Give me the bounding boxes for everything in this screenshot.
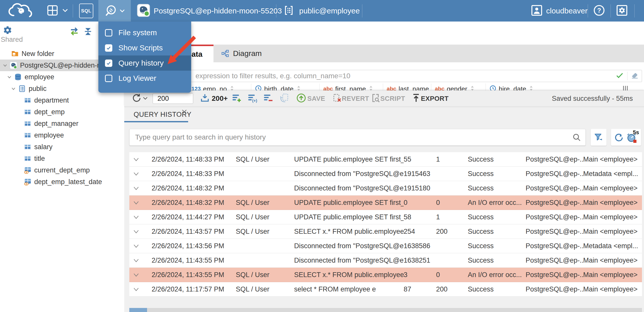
table-row[interactable]: 2/26/2024, 11:17:57 PMSQL / Userselect *… <box>129 282 642 297</box>
table-row[interactable]: 2/26/2024, 11:48:32 PMSQL / UserUPDATE p… <box>129 196 642 210</box>
expand-chevron-icon[interactable] <box>132 242 152 250</box>
expand-chevron-icon[interactable] <box>132 257 152 264</box>
menu-item-file-system[interactable]: File system <box>98 25 191 40</box>
tree-item-department[interactable]: department <box>0 94 124 106</box>
grid-column-birth-date[interactable]: birth_date <box>251 84 319 90</box>
cloudbeaver-logo[interactable] <box>7 2 33 19</box>
collapse-all-icon[interactable] <box>83 27 93 37</box>
user-menu[interactable]: cloudbeaver <box>546 7 587 15</box>
tree-item-dept-emp-latest-date[interactable]: dept_emp_latest_date <box>0 176 124 188</box>
scrollbar-thumb[interactable] <box>129 308 147 312</box>
refresh-history-icon[interactable] <box>614 132 624 144</box>
tree-item-employee[interactable]: employee <box>0 129 124 141</box>
apply-filter-check-icon[interactable] <box>615 71 624 81</box>
expand-chevron-icon[interactable] <box>132 271 152 279</box>
history-filter-button[interactable] <box>591 129 606 146</box>
tree-item-current-dept-emp[interactable]: current_dept_emp <box>0 164 124 176</box>
tab-diagram[interactable]: Diagram <box>213 45 269 62</box>
sql-editor-button[interactable]: SQL <box>79 4 93 18</box>
expand-chevron-icon[interactable] <box>132 228 152 235</box>
fetch-page-size-button[interactable]: 200+ <box>212 94 228 103</box>
connection-selector[interactable]: PostgreSQL@ep-hidden-moon-55203 <box>154 7 282 15</box>
chevron-down-icon[interactable] <box>143 96 148 101</box>
expand-chevron-icon[interactable] <box>132 199 152 206</box>
delete-row-icon[interactable] <box>263 93 273 104</box>
search-input[interactable] <box>130 129 585 145</box>
grid-column-hire-date[interactable]: hire_date <box>486 84 540 90</box>
sidebar-settings-gear-icon[interactable] <box>3 26 12 36</box>
menu-item-show-scripts[interactable]: Show Scripts <box>98 40 191 55</box>
user-avatar-icon[interactable] <box>531 5 543 17</box>
svg-text:?: ? <box>597 7 601 14</box>
sort-icon[interactable] <box>528 85 534 90</box>
chevron-down-icon[interactable] <box>62 9 68 13</box>
new-object-button[interactable] <box>47 5 58 17</box>
expand-chevron-icon[interactable] <box>132 170 152 178</box>
duplicate-row-icon[interactable]: (+) <box>247 93 258 104</box>
close-icon[interactable] <box>181 109 188 116</box>
add-row-icon[interactable] <box>232 93 242 104</box>
checkbox-unchecked-icon[interactable] <box>105 29 112 36</box>
schema-selector[interactable]: public@employee <box>299 7 360 15</box>
menu-item-label: Show Scripts <box>118 44 163 52</box>
sort-icon[interactable] <box>229 85 235 90</box>
refresh-icon[interactable] <box>131 93 142 104</box>
chevron-down-icon[interactable] <box>10 86 17 92</box>
sort-icon[interactable] <box>368 85 374 90</box>
postgres-connection-icon[interactable] <box>137 4 150 18</box>
result-filter-bar[interactable]: expression to filter results, e.g. colum… <box>126 70 642 82</box>
revert-button[interactable]: REVERT <box>342 95 369 103</box>
table-row[interactable]: 2/26/2024, 11:48:32 PMDisconnected from … <box>129 181 642 196</box>
revert-icon[interactable] <box>332 93 342 104</box>
expand-chevron-icon[interactable] <box>132 213 152 221</box>
chevron-down-icon[interactable] <box>2 62 8 68</box>
sync-connection-icon[interactable] <box>69 27 79 37</box>
checkbox-checked-icon[interactable] <box>105 44 112 52</box>
tree-item-title[interactable]: title <box>0 153 124 164</box>
table-row[interactable]: 2/26/2024, 11:43:57 PMSQL / UserSELECT x… <box>129 224 642 239</box>
copy-result-icon[interactable] <box>279 93 289 104</box>
table-row[interactable]: 2/26/2024, 11:48:33 PMSQL / UserUPDATE p… <box>129 152 642 167</box>
script-button[interactable]: SCRIPT <box>380 95 405 103</box>
settings-gear-icon[interactable] <box>616 5 628 17</box>
clear-filter-eraser-icon[interactable] <box>631 71 639 81</box>
cloudbeaver-app: SQL PostgreSQL@ep-hidden-moon-55203 publ… <box>0 0 644 312</box>
table-row[interactable]: 2/26/2024, 11:43:55 PMSQL / UserSELECT x… <box>129 268 642 282</box>
table-icon <box>24 108 31 116</box>
save-button[interactable]: SAVE <box>307 95 325 103</box>
expand-chevron-icon[interactable] <box>132 184 152 192</box>
menu-item-log-viewer[interactable]: Log Viewer <box>98 71 191 86</box>
export-icon[interactable] <box>411 93 421 104</box>
fetch-page-icon[interactable] <box>200 93 210 104</box>
tree-item-dept-manager[interactable]: dept_manager <box>0 118 124 129</box>
grid-column-emp-no[interactable]: 123emp_no <box>188 84 251 90</box>
help-icon[interactable]: ? <box>593 5 605 17</box>
sort-icon[interactable] <box>296 85 301 90</box>
table-row[interactable]: 2/26/2024, 11:44:27 PMSQL / UserUPDATE p… <box>129 210 642 224</box>
tree-item-dept-emp[interactable]: dept_emp <box>0 106 124 118</box>
checkbox-unchecked-icon[interactable] <box>105 75 112 82</box>
query-history-search[interactable] <box>129 129 586 146</box>
expand-chevron-icon[interactable] <box>132 155 152 163</box>
svg-text:(+): (+) <box>252 99 257 103</box>
table-row[interactable]: 2/26/2024, 11:48:33 PMDisconnected from … <box>129 167 642 181</box>
sort-icon[interactable] <box>470 85 475 90</box>
horizontal-scrollbar[interactable] <box>129 308 642 312</box>
tools-menu-button[interactable] <box>98 0 131 22</box>
tree-item-salary[interactable]: salary <box>0 141 124 153</box>
save-icon[interactable] <box>296 93 306 104</box>
chevron-down-icon[interactable] <box>6 74 13 80</box>
row-limit-input[interactable] <box>153 93 193 104</box>
menu-item-query-history[interactable]: Query history <box>98 55 191 71</box>
export-button[interactable]: EXPORT <box>421 95 449 103</box>
expand-chevron-icon[interactable] <box>132 285 152 293</box>
script-icon[interactable] <box>371 93 381 104</box>
checkbox-checked-icon[interactable] <box>105 60 112 67</box>
grid-panel-toggle-icon[interactable] <box>622 85 630 90</box>
table-row[interactable]: 2/26/2024, 11:43:55 PMDisconnected from … <box>129 253 642 268</box>
grid-column-first-name[interactable]: abcfirst_name <box>319 84 383 90</box>
grid-column-last-name[interactable]: abclast_name <box>383 84 431 90</box>
table-row[interactable]: 2/26/2024, 11:43:56 PMDisconnected from … <box>129 239 642 253</box>
grid-column-gender[interactable]: abcgender <box>431 84 486 90</box>
schema-icon[interactable] <box>283 5 294 17</box>
